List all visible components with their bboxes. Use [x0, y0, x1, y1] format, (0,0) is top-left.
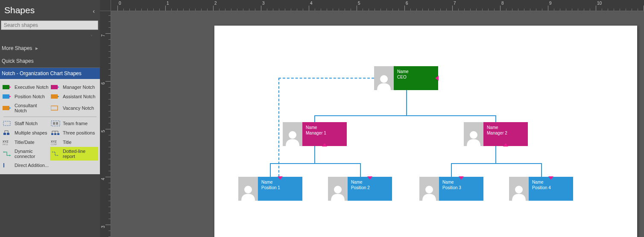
node-title: Position 1 [261, 185, 299, 190]
direct-addition-icon [3, 162, 12, 168]
svg-rect-6 [51, 94, 58, 99]
svg-marker-3 [58, 86, 59, 88]
connector-line [541, 163, 542, 177]
chevron-right-icon: ▶ [35, 47, 38, 50]
org-node-ceo[interactable]: Name CEO [374, 66, 438, 90]
shape-assistant-notch[interactable]: Assistant Notch [50, 92, 98, 101]
team-frame-icon [51, 120, 60, 126]
drawing-canvas[interactable]: 01234567891011 876543 Name CEO [100, 0, 644, 237]
shape-multiple-shapes[interactable]: Multiple shapes [2, 128, 50, 138]
divider [3, 117, 97, 117]
horizontal-ruler: 01234567891011 [111, 0, 644, 11]
connector-line [270, 163, 271, 177]
shape-three-positions[interactable]: Three positions [50, 128, 98, 138]
svg-marker-5 [9, 96, 11, 97]
shape-title[interactable]: XYZCORP Title [50, 138, 98, 147]
shape-dotted-line-report[interactable]: Dotted-line report [50, 147, 98, 161]
svg-point-31 [3, 152, 5, 153]
svg-marker-9 [9, 107, 11, 109]
vacancy-notch-icon [51, 105, 60, 111]
drawing-page[interactable]: Name CEO NameManager 1 NameManager 2 Nam… [214, 26, 637, 237]
position-notch-icon [3, 94, 12, 99]
svg-rect-15 [3, 133, 6, 135]
search-shapes-input[interactable] [1, 20, 98, 30]
multiple-shapes-icon [3, 130, 12, 136]
svg-rect-16 [7, 133, 9, 135]
dotted-connector [278, 78, 374, 79]
shape-manager-notch[interactable]: Manager Notch [50, 82, 98, 92]
search-dropdown-icon[interactable]: ▾ [91, 33, 96, 38]
executive-notch-icon [3, 84, 12, 90]
svg-text:04/12: 04/12 [3, 143, 8, 145]
node-name: Name [532, 179, 570, 185]
org-node-position2[interactable]: NamePosition 2 [328, 177, 392, 201]
node-name: Name [306, 125, 343, 130]
staff-notch-icon [3, 120, 12, 126]
svg-rect-10 [51, 106, 58, 110]
svg-marker-32 [9, 155, 11, 156]
svg-rect-0 [3, 85, 9, 89]
svg-rect-20 [51, 133, 53, 135]
avatar-placeholder-icon [374, 66, 394, 90]
svg-text:XYZ: XYZ [51, 140, 57, 143]
node-name: Name [397, 69, 435, 74]
shape-position-notch[interactable]: Position Notch [2, 92, 50, 101]
svg-rect-8 [3, 106, 9, 110]
connector-line [451, 163, 452, 177]
shapes-sidebar: Shapes ‹ ▾ More Shapes ▶ Quick Shapes No… [0, 0, 100, 237]
svg-rect-13 [53, 122, 55, 125]
node-title: Position 2 [351, 185, 389, 190]
shapes-panel-title: Shapes [0, 0, 100, 19]
node-name: Name [261, 179, 299, 185]
svg-rect-14 [56, 122, 58, 125]
org-node-position3[interactable]: NamePosition 3 [419, 177, 483, 201]
vertical-ruler: 876543 [100, 11, 111, 237]
svg-rect-22 [57, 133, 59, 135]
svg-point-34 [380, 75, 388, 83]
avatar-placeholder-icon [509, 177, 529, 201]
three-positions-icon [51, 130, 60, 136]
assistant-notch-icon [51, 94, 60, 99]
collapse-chevron-icon[interactable]: ‹ [93, 8, 95, 15]
shape-dynamic-connector[interactable]: Dynamic connector [2, 147, 50, 161]
svg-point-39 [425, 186, 433, 193]
node-title: Manager 2 [487, 130, 524, 136]
svg-point-35 [289, 131, 296, 139]
node-name: Name [487, 125, 524, 130]
svg-rect-4 [3, 94, 9, 99]
avatar-placeholder-icon [238, 177, 258, 201]
title-icon: XYZCORP [51, 139, 60, 145]
shape-team-frame[interactable]: Team frame [50, 119, 98, 128]
shape-consultant-notch[interactable]: Consultant Notch [2, 101, 50, 115]
svg-point-38 [334, 186, 342, 193]
connector-line [314, 146, 315, 163]
dotted-line-icon [51, 151, 60, 157]
org-node-manager2[interactable]: NameManager 2 [464, 122, 528, 146]
more-shapes-link[interactable]: More Shapes ▶ [0, 42, 100, 55]
node-name: Name [351, 179, 389, 185]
shape-title-date[interactable]: XYZ04/12 Title/Date [2, 138, 50, 147]
node-title: Position 3 [442, 185, 480, 190]
stencil-header[interactable]: Notch - Organization Chart Shapes [0, 67, 100, 79]
shape-vacancy-notch[interactable]: Vacancy Notch [50, 101, 98, 115]
avatar-placeholder-icon [464, 122, 483, 146]
shape-staff-notch[interactable]: Staff Notch [2, 119, 50, 128]
title-date-icon: XYZ04/12 [3, 139, 12, 145]
svg-rect-12 [51, 121, 60, 126]
consultant-notch-icon [3, 105, 12, 111]
shape-direct-addition[interactable]: Direct Addition... [2, 161, 50, 170]
shape-executive-notch[interactable]: Executive Notch [2, 82, 50, 92]
avatar-placeholder-icon [283, 122, 302, 146]
connector-line [314, 115, 496, 116]
org-node-manager1[interactable]: NameManager 1 [283, 122, 347, 146]
svg-text:XYZ: XYZ [3, 140, 9, 143]
svg-marker-7 [58, 96, 59, 97]
dynamic-connector-icon [3, 151, 12, 157]
org-node-position1[interactable]: NamePosition 1 [238, 177, 302, 201]
quick-shapes-link[interactable]: Quick Shapes [0, 55, 100, 67]
connector-line [495, 115, 496, 122]
avatar-placeholder-icon [328, 177, 348, 201]
org-node-position4[interactable]: NamePosition 4 [509, 177, 573, 201]
node-title: Manager 1 [306, 130, 343, 136]
connector-line [360, 163, 361, 177]
